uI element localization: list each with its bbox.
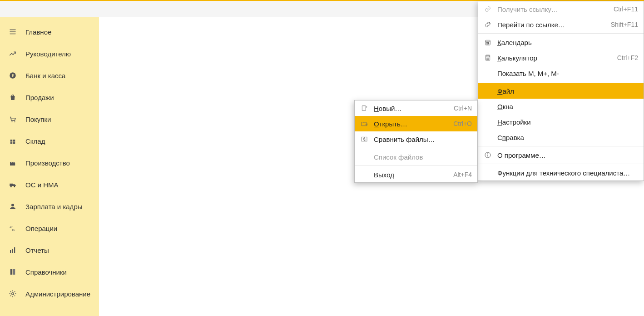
sidebar-item-12[interactable]: Администрирование: [0, 283, 99, 305]
icon-placeholder: [484, 69, 492, 77]
sidebar-item-label: Отчеты: [25, 246, 49, 254]
menu-item-shortcut: Ctrl+F11: [614, 5, 638, 13]
menu-item-показать-m-m-m-[interactable]: Показать M, M+, M-: [478, 65, 644, 81]
sidebar-item-label: ОС и НМА: [25, 181, 59, 189]
menu-item-shortcut: Ctrl+F2: [617, 54, 638, 61]
sidebar-item-label: Справочники: [25, 268, 67, 276]
icon-placeholder: [484, 169, 492, 177]
sidebar-item-1[interactable]: Руководителю: [0, 43, 99, 65]
sidebar-item-3[interactable]: Продажи: [0, 86, 99, 108]
menu-item-файл[interactable]: Файл: [478, 83, 644, 99]
sidebar-item-label: Администрирование: [25, 290, 90, 298]
menu-icon: [8, 27, 17, 36]
new-icon: [360, 104, 368, 112]
svg-rect-6: [10, 142, 13, 144]
icon-placeholder: [360, 153, 368, 161]
menu-separator: [355, 148, 477, 148]
menu-item-справка[interactable]: Справка: [478, 130, 644, 145]
menu-item-функции-для-технического-специалиста-[interactable]: Функции для технического специалиста…: [478, 165, 644, 181]
svg-point-10: [14, 186, 15, 187]
menu-item-label: Новый…: [374, 105, 448, 112]
menu-item-список-файлов: Список файлов: [355, 149, 477, 165]
svg-point-19: [12, 293, 14, 295]
menu-item-открыть-[interactable]: Открыть…Ctrl+O: [355, 116, 477, 131]
svg-rect-4: [10, 140, 13, 142]
svg-rect-18: [13, 269, 15, 275]
sidebar-item-10[interactable]: Отчеты: [0, 239, 99, 261]
calendar-icon: 29: [484, 38, 492, 46]
svg-point-11: [11, 204, 14, 206]
bag-icon: [8, 93, 17, 102]
icon-placeholder: [484, 118, 492, 126]
sidebar-item-label: Зарплата и кадры: [25, 203, 83, 211]
menu-item-label: Сравнить файлы…: [374, 135, 472, 143]
menu-item-выход[interactable]: ВыходAlt+F4: [355, 167, 477, 182]
menu-item-календарь[interactable]: 29Календарь: [478, 35, 644, 50]
main-area: ГлавноеРуководителю₽Банк и кассаПродажиП…: [0, 17, 644, 316]
svg-rect-5: [13, 140, 15, 142]
svg-point-25: [487, 58, 488, 58]
sidebar-item-9[interactable]: ДтКтОперации: [0, 217, 99, 239]
menu-item-новый-[interactable]: Новый…Ctrl+N: [355, 100, 477, 116]
calc-icon: [484, 54, 492, 62]
svg-rect-32: [362, 106, 366, 111]
books-icon: [8, 267, 17, 276]
menu-item-label: О программе…: [497, 151, 638, 159]
menu-separator: [478, 82, 644, 82]
svg-point-28: [487, 59, 488, 60]
sidebar-item-6[interactable]: Производство: [0, 152, 99, 174]
sidebar-item-label: Операции: [25, 225, 57, 232]
link-icon: [484, 5, 492, 13]
svg-rect-17: [10, 269, 13, 275]
menu-item-shortcut: Alt+F4: [453, 171, 472, 178]
icon-placeholder: [484, 102, 492, 110]
sidebar-item-label: Склад: [25, 137, 45, 145]
svg-rect-14: [10, 250, 11, 253]
menu-item-сравнить-файлы-[interactable]: Сравнить файлы…: [355, 131, 477, 147]
sidebar-item-11[interactable]: Справочники: [0, 261, 99, 283]
barchart-icon: [8, 246, 17, 255]
menu-item-shortcut: Ctrl+O: [453, 120, 472, 127]
menu-item-label: Настройки: [497, 118, 638, 126]
menu-item-настройки[interactable]: Настройки: [478, 114, 644, 130]
sidebar-item-2[interactable]: ₽Банк и касса: [0, 65, 99, 86]
menu-item-label: Открыть…: [374, 120, 448, 128]
menu-item-label: Получить ссылку…: [497, 5, 608, 13]
menu-separator: [478, 164, 644, 164]
sidebar-item-label: Производство: [25, 159, 70, 167]
menu-separator: [355, 166, 477, 166]
menu-item-получить-ссылку-: Получить ссылку…Ctrl+F11: [478, 1, 644, 17]
menu-item-label: Перейти по ссылке…: [497, 21, 605, 29]
menu-item-label: Функции для технического специалиста…: [497, 169, 638, 177]
factory-icon: [8, 158, 17, 167]
warehouse-icon: [8, 136, 17, 145]
svg-point-24: [486, 58, 487, 58]
menu-item-перейти-по-ссылке-[interactable]: Перейти по ссылке…Shift+F11: [478, 17, 644, 32]
sidebar-item-label: Банк и касса: [25, 72, 65, 80]
svg-rect-15: [12, 249, 13, 253]
svg-rect-7: [13, 142, 15, 144]
menu-item-shortcut: Shift+F11: [611, 21, 638, 28]
menu-item-калькулятор[interactable]: КалькуляторCtrl+F2: [478, 50, 644, 65]
sidebar-item-7[interactable]: ОС и НМА: [0, 174, 99, 196]
svg-point-2: [11, 121, 12, 122]
menu-item-label: Справка: [497, 134, 638, 141]
menu-item-окна[interactable]: Окна: [478, 99, 644, 114]
dtkt-icon: ДтКт: [8, 224, 17, 233]
sidebar-item-label: Руководителю: [25, 50, 71, 58]
sidebar-item-0[interactable]: Главное: [0, 21, 99, 43]
truck-icon: [8, 180, 17, 189]
goto-icon: [484, 20, 492, 29]
svg-rect-23: [486, 55, 490, 57]
menu-item-shortcut: Ctrl+N: [454, 105, 472, 112]
svg-point-9: [10, 186, 12, 187]
sidebar-item-5[interactable]: Склад: [0, 130, 99, 152]
svg-text:₽: ₽: [12, 74, 14, 78]
sidebar-item-4[interactable]: Покупки: [0, 108, 99, 130]
menu-item-label: Календарь: [497, 39, 638, 46]
sidebar-item-label: Продажи: [25, 94, 54, 101]
sidebar-item-8[interactable]: Зарплата и кадры: [0, 196, 99, 217]
svg-text:Дт: Дт: [10, 226, 13, 228]
content-area: Получить ссылку…Ctrl+F11Перейти по ссылк…: [99, 17, 644, 316]
menu-item-о-программе-[interactable]: О программе…: [478, 147, 644, 163]
